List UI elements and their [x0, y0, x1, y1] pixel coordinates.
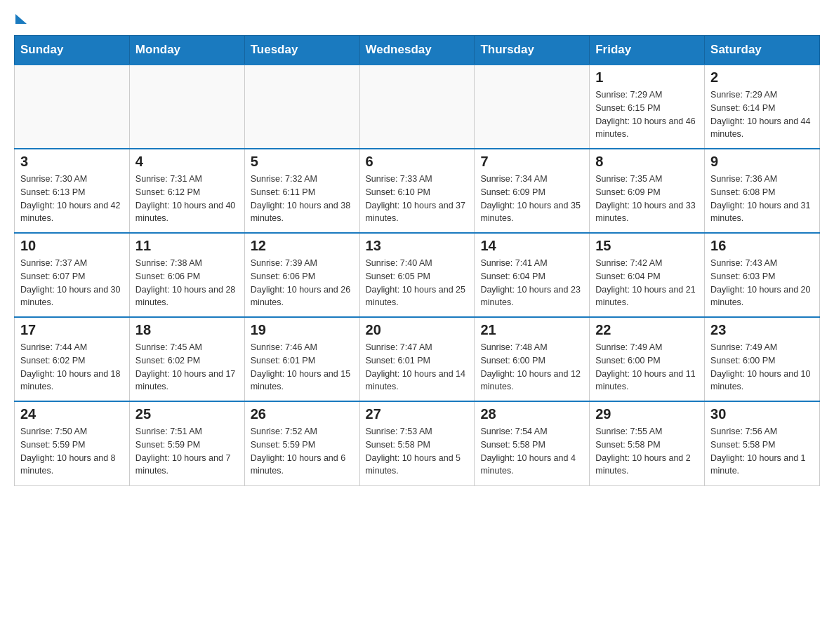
day-info: Sunrise: 7:55 AMSunset: 5:58 PMDaylight:…: [595, 425, 699, 478]
day-info: Sunrise: 7:36 AMSunset: 6:08 PMDaylight:…: [710, 173, 814, 225]
day-info: Sunrise: 7:42 AMSunset: 6:04 PMDaylight:…: [595, 257, 699, 309]
calendar-cell: 1Sunrise: 7:29 AMSunset: 6:15 PMDaylight…: [590, 65, 705, 149]
day-info: Sunrise: 7:40 AMSunset: 6:05 PMDaylight:…: [366, 257, 469, 309]
day-info: Sunrise: 7:47 AMSunset: 6:01 PMDaylight:…: [366, 341, 469, 394]
day-number: 22: [595, 322, 699, 338]
day-number: 5: [251, 154, 354, 170]
calendar-cell: 19Sunrise: 7:46 AMSunset: 6:01 PMDayligh…: [244, 317, 359, 401]
calendar-cell: 29Sunrise: 7:55 AMSunset: 5:58 PMDayligh…: [590, 401, 705, 485]
day-number: 7: [480, 154, 583, 170]
calendar-cell: 7Sunrise: 7:34 AMSunset: 6:09 PMDaylight…: [475, 149, 590, 233]
calendar-cell: 14Sunrise: 7:41 AMSunset: 6:04 PMDayligh…: [475, 233, 590, 317]
weekday-header-row: SundayMondayTuesdayWednesdayThursdayFrid…: [15, 36, 820, 65]
day-number: 24: [20, 406, 124, 422]
calendar-cell: 22Sunrise: 7:49 AMSunset: 6:00 PMDayligh…: [590, 317, 705, 401]
page-header: [14, 14, 820, 24]
calendar-cell: 27Sunrise: 7:53 AMSunset: 5:58 PMDayligh…: [359, 401, 475, 485]
calendar-cell: [129, 65, 244, 149]
day-info: Sunrise: 7:41 AMSunset: 6:04 PMDaylight:…: [480, 257, 583, 309]
day-info: Sunrise: 7:34 AMSunset: 6:09 PMDaylight:…: [480, 173, 583, 225]
day-number: 27: [366, 406, 469, 422]
week-row-2: 3Sunrise: 7:30 AMSunset: 6:13 PMDaylight…: [15, 149, 820, 233]
weekday-header-monday: Monday: [129, 36, 244, 65]
day-info: Sunrise: 7:43 AMSunset: 6:03 PMDaylight:…: [710, 257, 814, 309]
weekday-header-saturday: Saturday: [705, 36, 820, 65]
calendar-cell: 8Sunrise: 7:35 AMSunset: 6:09 PMDaylight…: [590, 149, 705, 233]
day-number: 19: [251, 322, 354, 338]
day-info: Sunrise: 7:44 AMSunset: 6:02 PMDaylight:…: [20, 341, 124, 394]
day-number: 26: [251, 406, 354, 422]
day-info: Sunrise: 7:29 AMSunset: 6:15 PMDaylight:…: [595, 88, 699, 141]
day-number: 13: [366, 238, 469, 254]
day-info: Sunrise: 7:53 AMSunset: 5:58 PMDaylight:…: [366, 425, 469, 478]
day-number: 15: [595, 238, 699, 254]
day-number: 23: [710, 322, 814, 338]
day-info: Sunrise: 7:50 AMSunset: 5:59 PMDaylight:…: [20, 425, 124, 478]
week-row-5: 24Sunrise: 7:50 AMSunset: 5:59 PMDayligh…: [15, 401, 820, 485]
day-info: Sunrise: 7:32 AMSunset: 6:11 PMDaylight:…: [251, 173, 354, 225]
day-info: Sunrise: 7:49 AMSunset: 6:00 PMDaylight:…: [595, 341, 699, 394]
calendar-cell: 2Sunrise: 7:29 AMSunset: 6:14 PMDaylight…: [705, 65, 820, 149]
calendar-cell: 30Sunrise: 7:56 AMSunset: 5:58 PMDayligh…: [705, 401, 820, 485]
week-row-4: 17Sunrise: 7:44 AMSunset: 6:02 PMDayligh…: [15, 317, 820, 401]
calendar-cell: 13Sunrise: 7:40 AMSunset: 6:05 PMDayligh…: [359, 233, 475, 317]
day-number: 4: [135, 154, 239, 170]
logo-arrow-icon: [15, 14, 27, 24]
day-info: Sunrise: 7:52 AMSunset: 5:59 PMDaylight:…: [251, 425, 354, 478]
calendar-cell: 15Sunrise: 7:42 AMSunset: 6:04 PMDayligh…: [590, 233, 705, 317]
weekday-header-thursday: Thursday: [475, 36, 590, 65]
calendar-cell: 20Sunrise: 7:47 AMSunset: 6:01 PMDayligh…: [359, 317, 475, 401]
week-row-3: 10Sunrise: 7:37 AMSunset: 6:07 PMDayligh…: [15, 233, 820, 317]
day-info: Sunrise: 7:51 AMSunset: 5:59 PMDaylight:…: [135, 425, 239, 478]
day-number: 3: [20, 154, 124, 170]
calendar-table: SundayMondayTuesdayWednesdayThursdayFrid…: [14, 35, 820, 486]
day-info: Sunrise: 7:38 AMSunset: 6:06 PMDaylight:…: [135, 257, 239, 309]
calendar-cell: 10Sunrise: 7:37 AMSunset: 6:07 PMDayligh…: [15, 233, 130, 317]
calendar-cell: [359, 65, 475, 149]
day-number: 29: [595, 406, 699, 422]
calendar-cell: [15, 65, 130, 149]
day-number: 17: [20, 322, 124, 338]
day-number: 2: [710, 69, 814, 86]
day-info: Sunrise: 7:46 AMSunset: 6:01 PMDaylight:…: [251, 341, 354, 394]
day-info: Sunrise: 7:30 AMSunset: 6:13 PMDaylight:…: [20, 173, 124, 225]
day-number: 14: [480, 238, 583, 254]
calendar-cell: 18Sunrise: 7:45 AMSunset: 6:02 PMDayligh…: [129, 317, 244, 401]
calendar-cell: 24Sunrise: 7:50 AMSunset: 5:59 PMDayligh…: [15, 401, 130, 485]
day-info: Sunrise: 7:45 AMSunset: 6:02 PMDaylight:…: [135, 341, 239, 394]
day-number: 11: [135, 238, 239, 254]
calendar-cell: 11Sunrise: 7:38 AMSunset: 6:06 PMDayligh…: [129, 233, 244, 317]
day-info: Sunrise: 7:56 AMSunset: 5:58 PMDaylight:…: [710, 425, 814, 478]
calendar-cell: 4Sunrise: 7:31 AMSunset: 6:12 PMDaylight…: [129, 149, 244, 233]
day-info: Sunrise: 7:54 AMSunset: 5:58 PMDaylight:…: [480, 425, 583, 478]
day-number: 16: [710, 238, 814, 254]
day-info: Sunrise: 7:33 AMSunset: 6:10 PMDaylight:…: [366, 173, 469, 225]
day-info: Sunrise: 7:29 AMSunset: 6:14 PMDaylight:…: [710, 88, 814, 141]
weekday-header-sunday: Sunday: [15, 36, 130, 65]
day-number: 18: [135, 322, 239, 338]
calendar-cell: 21Sunrise: 7:48 AMSunset: 6:00 PMDayligh…: [475, 317, 590, 401]
calendar-cell: 28Sunrise: 7:54 AMSunset: 5:58 PMDayligh…: [475, 401, 590, 485]
week-row-1: 1Sunrise: 7:29 AMSunset: 6:15 PMDaylight…: [15, 65, 820, 149]
day-number: 6: [366, 154, 469, 170]
day-info: Sunrise: 7:37 AMSunset: 6:07 PMDaylight:…: [20, 257, 124, 309]
logo: [14, 14, 27, 24]
day-info: Sunrise: 7:31 AMSunset: 6:12 PMDaylight:…: [135, 173, 239, 225]
day-number: 8: [595, 154, 699, 170]
calendar-cell: 3Sunrise: 7:30 AMSunset: 6:13 PMDaylight…: [15, 149, 130, 233]
calendar-cell: 25Sunrise: 7:51 AMSunset: 5:59 PMDayligh…: [129, 401, 244, 485]
day-number: 25: [135, 406, 239, 422]
day-info: Sunrise: 7:48 AMSunset: 6:00 PMDaylight:…: [480, 341, 583, 394]
calendar-cell: 16Sunrise: 7:43 AMSunset: 6:03 PMDayligh…: [705, 233, 820, 317]
day-info: Sunrise: 7:39 AMSunset: 6:06 PMDaylight:…: [251, 257, 354, 309]
calendar-cell: 23Sunrise: 7:49 AMSunset: 6:00 PMDayligh…: [705, 317, 820, 401]
calendar-cell: 26Sunrise: 7:52 AMSunset: 5:59 PMDayligh…: [244, 401, 359, 485]
day-number: 21: [480, 322, 583, 338]
weekday-header-wednesday: Wednesday: [359, 36, 475, 65]
day-number: 20: [366, 322, 469, 338]
day-number: 28: [480, 406, 583, 422]
calendar-cell: 6Sunrise: 7:33 AMSunset: 6:10 PMDaylight…: [359, 149, 475, 233]
day-number: 30: [710, 406, 814, 422]
day-number: 10: [20, 238, 124, 254]
day-info: Sunrise: 7:49 AMSunset: 6:00 PMDaylight:…: [710, 341, 814, 394]
